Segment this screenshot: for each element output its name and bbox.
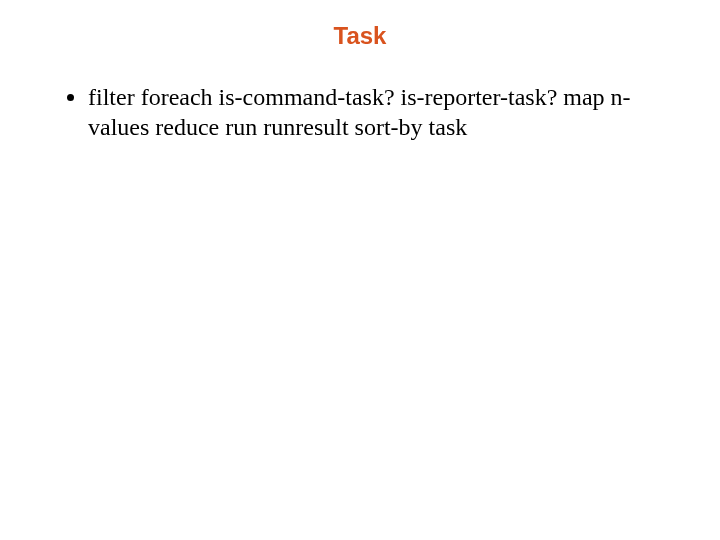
list-item: filter foreach is-command-task? is-repor… [88, 82, 660, 142]
slide-title: Task [0, 22, 720, 50]
slide-body: filter foreach is-command-task? is-repor… [60, 82, 660, 142]
bullet-list: filter foreach is-command-task? is-repor… [60, 82, 660, 142]
slide: Task filter foreach is-command-task? is-… [0, 0, 720, 540]
